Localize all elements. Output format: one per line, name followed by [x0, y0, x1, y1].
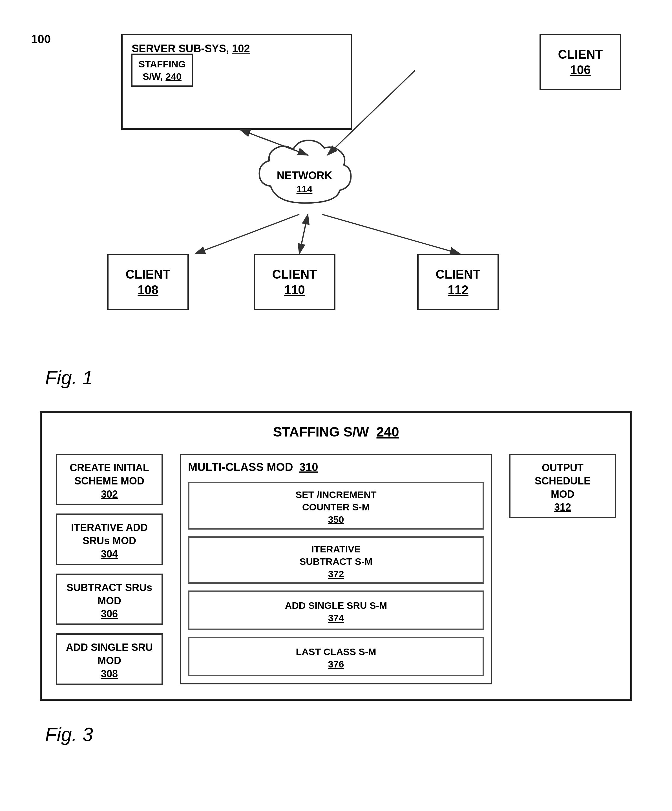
- network-cloud-svg: NETWORK 114: [254, 130, 355, 214]
- fig3-left-column: CREATE INITIAL SCHEME MOD 302 ITERATIVE …: [56, 454, 163, 685]
- last-class-sm-box: LAST CLASS S-M 376: [188, 637, 484, 676]
- fig3-label: Fig. 3: [45, 723, 650, 745]
- svg-line-7: [300, 214, 308, 254]
- create-initial-scheme-mod-box: CREATE INITIAL SCHEME MOD 302: [56, 454, 163, 505]
- iterative-subtract-sm-box: ITERATIVE SUBTRACT S-M 372: [188, 536, 484, 584]
- svg-line-8: [322, 214, 460, 254]
- staffing-sw-box: STAFFING S/W, 240: [131, 54, 193, 87]
- multi-class-mod-title: MULTI-CLASS MOD 310: [188, 461, 484, 473]
- subtract-srus-mod-box: SUBTRACT SRUs MOD 306: [56, 573, 163, 625]
- fig3-mid-column: MULTI-CLASS MOD 310 SET /INCREMENT COUNT…: [180, 454, 492, 684]
- output-schedule-mod-box: OUTPUT SCHEDULE MOD 312: [509, 454, 616, 518]
- svg-text:NETWORK: NETWORK: [277, 170, 332, 182]
- svg-text:114: 114: [296, 183, 313, 194]
- set-increment-counter-sm-box: SET /INCREMENT COUNTER S-M 350: [188, 482, 484, 529]
- client108-box: CLIENT 108: [107, 254, 189, 310]
- fig3-diagram: STAFFING S/W 240 CREATE INITIAL SCHEME M…: [40, 411, 632, 701]
- svg-line-5: [195, 214, 300, 254]
- add-single-sru-mod-box: ADD SINGLE SRU MOD 308: [56, 633, 163, 685]
- network-cloud: NETWORK 114: [254, 130, 355, 214]
- server-subsys-box: SERVER SUB-SYS, 102 STAFFING S/W, 240: [121, 34, 352, 130]
- fig1-ref-label: 100: [31, 32, 51, 46]
- fig3-right-column: OUTPUT SCHEDULE MOD 312: [509, 454, 616, 518]
- fig3-title: STAFFING S/W 240: [56, 424, 616, 439]
- svg-line-6: [300, 214, 308, 254]
- client112-box: CLIENT 112: [417, 254, 499, 310]
- fig1-diagram: 100 SERVER SUB-SYS, 102 STAFFING S/W, 24…: [22, 17, 650, 350]
- add-single-sru-sm-box: ADD SINGLE SRU S-M 374: [188, 590, 484, 630]
- iterative-add-srus-mod-box: ITERATIVE ADD SRUs MOD 304: [56, 514, 163, 565]
- client110-box: CLIENT 110: [254, 254, 335, 310]
- fig1-label: Fig. 1: [45, 366, 650, 389]
- client106-box: CLIENT 106: [540, 34, 621, 90]
- fig3-body: CREATE INITIAL SCHEME MOD 302 ITERATIVE …: [56, 454, 616, 685]
